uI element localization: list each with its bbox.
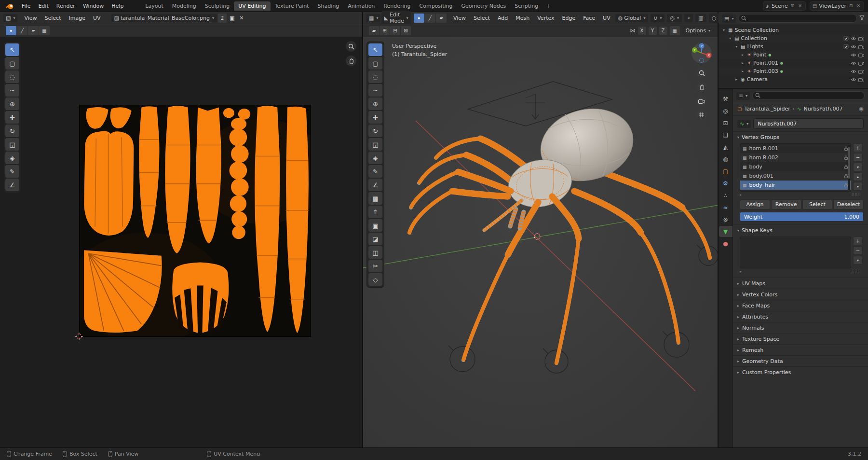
editor-type-button[interactable]: ▤ <box>722 14 736 23</box>
outliner-row[interactable]: ▾ ▦ Scene Collection <box>719 26 868 34</box>
remove-shape-key-button[interactable] <box>853 246 863 255</box>
add-shape-key-button[interactable] <box>853 237 863 245</box>
properties-tab[interactable]: ▼ <box>719 226 732 237</box>
new-viewlayer-icon[interactable]: ⊞ <box>848 3 854 8</box>
vertex-group-action-button[interactable]: Deselect <box>833 199 864 209</box>
menu-item[interactable]: Edit <box>34 2 52 10</box>
viewport-tool-button[interactable]: ∠ <box>368 179 382 191</box>
navigation-gizmo[interactable]: Z X Y <box>691 42 713 64</box>
disable-render-icon[interactable] <box>858 61 864 66</box>
viewport-tool-button[interactable]: ✚ <box>368 111 382 124</box>
editor-type-button[interactable]: ▦ <box>366 14 380 22</box>
viewport-tool-button[interactable]: ◌ <box>368 70 382 83</box>
viewport-tool-button[interactable]: ▢ <box>368 57 382 70</box>
edge-select-icon[interactable] <box>425 14 435 23</box>
vertex-group-row[interactable]: horn.R.001 <box>740 144 851 153</box>
workspace-tab[interactable]: Texture Paint <box>271 1 313 11</box>
hide-eye-icon[interactable] <box>851 77 856 82</box>
vertex-group-list[interactable]: horn.R.001 horn.R.002 <box>740 143 851 192</box>
viewport-tool-button[interactable]: ⊕ <box>368 98 382 110</box>
properties-tab[interactable]: ⚒ <box>719 93 732 104</box>
viewport-menu-item[interactable]: Add <box>494 14 512 22</box>
hide-eye-icon[interactable] <box>851 53 856 57</box>
scene-selector[interactable]: ◭ Scene ⊞ ✕ <box>763 1 805 11</box>
viewport-menu-item[interactable]: UV <box>599 14 614 22</box>
proportional-edit-dropdown[interactable]: ◎ <box>667 14 682 22</box>
disable-render-icon[interactable] <box>858 53 864 57</box>
zoom-icon[interactable] <box>346 41 356 52</box>
remove-vertex-group-button[interactable] <box>853 153 863 162</box>
properties-tab[interactable]: ◍ <box>719 153 732 165</box>
outliner-row[interactable]: ▸ ◉ Camera <box>719 75 868 84</box>
pan-hand-icon[interactable] <box>696 82 707 92</box>
face-select-icon[interactable] <box>436 14 447 23</box>
properties-tab[interactable]: ⊡ <box>719 117 732 128</box>
uv-menu-item[interactable]: Image <box>65 14 89 22</box>
list-resize-grip[interactable]: ⠿⠿⠿ <box>851 269 861 274</box>
weight-slider[interactable]: Weight 1.000 <box>740 212 864 222</box>
viewlayer-selector[interactable]: ▤ ViewLayer ⊞ ✕ <box>810 1 864 11</box>
spider-model[interactable] <box>363 37 718 447</box>
outliner-row[interactable]: ▾ ▤ Collection <box>719 34 868 42</box>
properties-tab[interactable]: ∴ <box>719 190 732 201</box>
uv-menu-item[interactable]: Select <box>41 14 65 22</box>
viewport-canvas[interactable]: ↖▢◌∽⊕✚↻◱◈✎∠▦⇑▣◪◫✂◇ User Perspective (1) … <box>363 37 718 447</box>
viewport-tool-button[interactable]: ⇑ <box>368 206 382 218</box>
uv-menu-item[interactable]: View <box>20 14 41 22</box>
outliner-row[interactable]: ▸ ☀ Point.003 ● <box>719 67 868 75</box>
properties-tab[interactable]: ⊗ <box>719 214 732 225</box>
viewport-tool-button[interactable]: ▦ <box>368 192 382 205</box>
disable-render-icon[interactable] <box>858 77 864 82</box>
viewport-tool-button[interactable]: ◈ <box>368 152 382 164</box>
uv-tool-button[interactable]: ◈ <box>5 152 19 164</box>
viewport-tool-button[interactable]: ✎ <box>368 165 382 178</box>
image-selector[interactable]: ▨ tarantula_Material_BaseColor.png <box>111 14 217 22</box>
mirror-axis-toggle[interactable]: Z <box>659 27 667 35</box>
select-intersect-icon[interactable]: ⊠ <box>401 26 411 35</box>
viewport-tool-button[interactable]: ▣ <box>368 219 382 232</box>
viewport-tool-button[interactable]: ↻ <box>368 125 382 137</box>
viewport-menu-item[interactable]: Select <box>470 14 494 22</box>
viewport-menu-item[interactable]: Face <box>579 14 599 22</box>
move-group-down-button[interactable] <box>853 182 863 191</box>
disclosure-caret-icon[interactable]: ▾ <box>734 44 739 49</box>
xray-toggle[interactable]: ▥ <box>695 14 706 22</box>
shading-wireframe-icon[interactable] <box>710 14 719 22</box>
filter-funnel-icon[interactable] <box>859 15 865 22</box>
uv-tool-button[interactable]: ✚ <box>5 111 19 124</box>
uv-tool-button[interactable]: ✎ <box>5 165 19 178</box>
disclosure-caret-icon[interactable]: ▸ <box>740 61 745 65</box>
editor-type-button[interactable]: ▧ <box>3 14 17 22</box>
mirror-axis-toggle[interactable]: X <box>638 27 646 35</box>
add-vertex-group-button[interactable] <box>853 143 863 152</box>
disclosure-caret-icon[interactable]: ▾ <box>721 28 726 32</box>
uv-select-island-icon[interactable] <box>39 26 50 35</box>
hide-eye-icon[interactable] <box>851 36 856 41</box>
viewport-tool-button[interactable]: ◇ <box>368 273 382 286</box>
uv-tool-button[interactable]: ↻ <box>5 125 19 137</box>
uv-select-edge-icon[interactable] <box>17 26 27 35</box>
viewport-menu-item[interactable]: Vertex <box>533 14 558 22</box>
orientation-dropdown[interactable]: ◍ Global <box>615 14 649 22</box>
properties-tab[interactable]: ❏ <box>719 129 732 140</box>
collapsed-panel-header[interactable]: Texture Space <box>733 333 868 344</box>
snap-grid-icon[interactable]: ▦ <box>670 26 680 35</box>
list-scrollbar[interactable] <box>848 145 850 190</box>
image-users-count[interactable]: 2 <box>218 14 227 23</box>
menu-item[interactable]: File <box>18 2 34 10</box>
disable-render-icon[interactable] <box>858 44 864 49</box>
workspace-tab[interactable]: Modeling <box>168 1 201 11</box>
new-scene-icon[interactable]: ⊞ <box>790 3 796 8</box>
viewport-tool-button[interactable]: ∽ <box>368 84 382 97</box>
vertex-group-action-button[interactable]: Select <box>802 199 833 209</box>
snap-dropdown[interactable]: ∪ <box>651 14 665 22</box>
hide-eye-icon[interactable] <box>851 44 856 49</box>
uv-islands[interactable] <box>80 105 311 336</box>
hide-eye-icon[interactable] <box>851 61 856 66</box>
viewport-tool-button[interactable]: ◫ <box>368 246 382 259</box>
unlink-scene-icon[interactable]: ✕ <box>797 3 803 8</box>
options-dropdown[interactable]: Options <box>682 27 714 35</box>
menu-item[interactable]: Render <box>53 2 79 10</box>
vertex-group-row[interactable]: body_hair <box>740 181 851 190</box>
datablock-name-input[interactable] <box>753 118 864 129</box>
